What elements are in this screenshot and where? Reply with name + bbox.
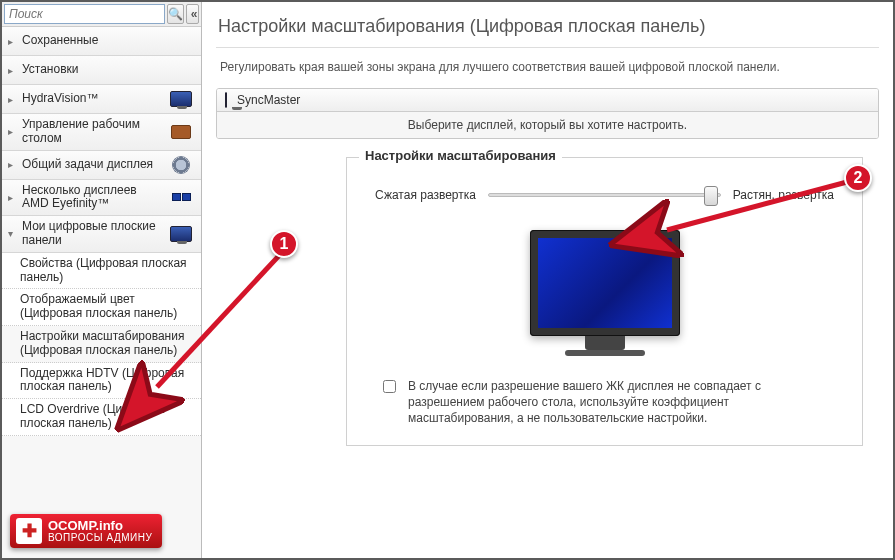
use-scaling-checkbox[interactable] (383, 380, 396, 393)
sidebar-item-desktop-mgmt[interactable]: ▸ Управление рабочим столом (2, 114, 201, 151)
sidebar-item-label: Свойства (Цифровая плоская панель) (20, 257, 197, 285)
display-pick-hint: Выберите дисплей, который вы хотите наст… (217, 112, 878, 138)
sidebar-item-label: LCD Overdrive (Цифровая плоская панель) (20, 403, 197, 431)
scaling-slider[interactable] (488, 193, 721, 197)
sidebar-item-label: Установки (22, 63, 165, 77)
desktop-icon (165, 122, 197, 142)
chevron-right-icon: ▸ (8, 159, 18, 170)
slider-thumb[interactable] (704, 186, 718, 206)
sidebar-item-label: Мои цифровые плоские панели (22, 220, 165, 248)
scaling-panel: Настройки масштабирования Сжатая разверт… (346, 157, 863, 446)
chevron-right-icon: ▸ (8, 65, 18, 76)
sidebar-item-saved[interactable]: ▸ Сохраненные (2, 27, 201, 56)
slider-label-right: Растян. развертка (733, 188, 834, 202)
display-name: SyncMaster (237, 93, 300, 107)
sidebar-subitem-hdtv[interactable]: Поддержка HDTV (Цифровая плоская панель) (2, 363, 201, 400)
monitor-icon (165, 89, 197, 109)
sidebar-item-common-display-tasks[interactable]: ▸ Общий задачи дисплея (2, 151, 201, 180)
search-input[interactable] (4, 4, 165, 24)
sidebar-item-my-flat-panels[interactable]: ▾ Мои цифровые плоские панели (2, 216, 201, 253)
chevron-right-icon: ▸ (8, 192, 18, 203)
sidebar-subitem-properties[interactable]: Свойства (Цифровая плоская панель) (2, 253, 201, 290)
display-selector-card: SyncMaster Выберите дисплей, который вы … (216, 88, 879, 139)
sidebar-item-eyefinity[interactable]: ▸ Несколько дисплеев AMD Eyefinity™ (2, 180, 201, 217)
main-content: Настройки масштабирования (Цифровая плос… (202, 2, 893, 558)
sidebar-item-label: Сохраненные (22, 34, 165, 48)
gear-icon (165, 155, 197, 175)
monitor-icon (225, 93, 227, 107)
chevron-left-double-icon: « (191, 7, 195, 21)
sidebar-nav: ▸ Сохраненные ▸ Установки ▸ HydraVision™… (2, 27, 201, 558)
checkbox-row: В случае если разрешение вашего ЖК диспл… (375, 378, 834, 427)
search-icon: 🔍 (168, 7, 183, 21)
sidebar-item-label: Настройки масштабирования (Цифровая плос… (20, 330, 197, 358)
sidebar-subitem-scaling[interactable]: Настройки масштабирования (Цифровая плос… (2, 326, 201, 363)
chevron-right-icon: ▸ (8, 126, 18, 137)
monitor-icon (165, 224, 197, 244)
page-description: Регулировать края вашей зоны экрана для … (216, 48, 879, 88)
chevron-right-icon: ▸ (8, 36, 18, 47)
sidebar-item-label: Отображаемый цвет (Цифровая плоская пане… (20, 293, 197, 321)
checkbox-label: В случае если разрешение вашего ЖК диспл… (408, 378, 826, 427)
sidebar-collapse-button[interactable]: « (186, 4, 199, 24)
multi-monitor-icon (165, 187, 197, 207)
chevron-right-icon: ▸ (8, 94, 18, 105)
chevron-down-icon: ▾ (8, 228, 18, 239)
sidebar-item-presets[interactable]: ▸ Установки (2, 56, 201, 85)
scaling-panel-title: Настройки масштабирования (359, 148, 562, 163)
sidebar-subitem-lcd-overdrive[interactable]: LCD Overdrive (Цифровая плоская панель) (2, 399, 201, 436)
monitor-illustration (530, 230, 680, 356)
page-title: Настройки масштабирования (Цифровая плос… (216, 10, 879, 48)
sidebar-item-label: Несколько дисплеев AMD Eyefinity™ (22, 184, 165, 212)
sidebar: 🔍 « ▸ Сохраненные ▸ Установки ▸ HydraVis… (2, 2, 202, 558)
sidebar-item-label: HydraVision™ (22, 92, 165, 106)
sidebar-subitem-display-color[interactable]: Отображаемый цвет (Цифровая плоская пане… (2, 289, 201, 326)
search-row: 🔍 « (2, 2, 201, 27)
monitor-preview (375, 230, 834, 356)
sidebar-item-label: Управление рабочим столом (22, 118, 165, 146)
slider-label-left: Сжатая развертка (375, 188, 476, 202)
sidebar-item-label: Общий задачи дисплея (22, 158, 165, 172)
display-row[interactable]: SyncMaster (217, 89, 878, 112)
search-button[interactable]: 🔍 (167, 4, 184, 24)
sidebar-item-hydravision[interactable]: ▸ HydraVision™ (2, 85, 201, 114)
scaling-slider-row: Сжатая развертка Растян. развертка (375, 188, 834, 202)
sidebar-item-label: Поддержка HDTV (Цифровая плоская панель) (20, 367, 197, 395)
